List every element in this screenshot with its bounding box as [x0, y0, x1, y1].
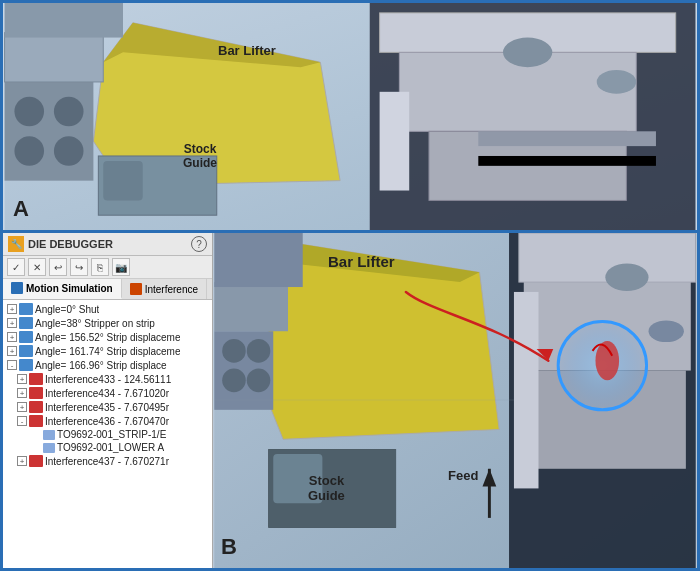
tree-item-label: Interference436 - 7.670470r	[45, 416, 169, 427]
tab-motion-label: Motion Simulation	[26, 283, 113, 294]
expand-icon[interactable]: -	[17, 416, 27, 426]
tree-node-icon	[29, 415, 43, 427]
cad-scene-bottom: Bar Lifter StockGuide Feed B	[213, 233, 697, 568]
tab-motion-simulation[interactable]: Motion Simulation	[3, 279, 122, 299]
tree-node-icon	[29, 401, 43, 413]
sidebar-toolbar: ✓ ✕ ↩ ↪ ⎘ 📷	[3, 256, 212, 279]
svg-rect-30	[214, 282, 288, 331]
bar-lifter-label-bottom: Bar Lifter	[328, 253, 395, 270]
tab-interference-label: Interference	[145, 284, 198, 295]
tree-item-label: TO9692-001_LOWER A	[57, 442, 164, 453]
tree-node-icon	[19, 345, 33, 357]
close-button[interactable]: ✕	[28, 258, 46, 276]
feed-label: Feed	[448, 468, 478, 483]
tree-item-label: Interference437 - 7.670271r	[45, 456, 169, 467]
tree-node-icon	[19, 359, 33, 371]
tree-item[interactable]: TO9692-001_LOWER A	[5, 441, 210, 454]
svg-point-18	[597, 70, 636, 94]
tree-leaf-icon	[43, 443, 55, 453]
tree-item-label: TO9692-001_STRIP-1/E	[57, 429, 166, 440]
tree-item-label: Angle= 156.52° Strip displaceme	[35, 332, 180, 343]
die-debugger-icon: 🔧	[8, 236, 24, 252]
stock-guide-label-bottom: StockGuide	[308, 473, 345, 503]
expand-icon[interactable]: +	[17, 456, 27, 466]
tree-area: + Angle=0° Shut + Angle=38° Stripper on …	[3, 300, 212, 568]
tree-item[interactable]: - Interference436 - 7.670470r	[5, 414, 210, 428]
tree-item-label: Interference435 - 7.670495r	[45, 402, 169, 413]
svg-rect-12	[103, 161, 142, 200]
undo-button[interactable]: ↩	[49, 258, 67, 276]
label-a: A	[13, 196, 29, 222]
label-b: B	[221, 534, 237, 560]
main-container: Bar Lifter StockGuide A 🔧 DIE DEBUGGER ?…	[0, 0, 700, 571]
interference-icon	[130, 283, 142, 295]
svg-rect-5	[14, 97, 44, 127]
expand-icon[interactable]: +	[7, 332, 17, 342]
tree-item[interactable]: + Interference435 - 7.670495r	[5, 400, 210, 414]
tree-node-icon	[19, 303, 33, 315]
motion-icon	[11, 282, 23, 294]
svg-rect-7	[14, 136, 44, 166]
svg-rect-31	[214, 233, 302, 287]
svg-rect-19	[478, 131, 656, 146]
svg-rect-16	[380, 92, 410, 191]
tree-node-icon	[19, 331, 33, 343]
svg-point-29	[247, 369, 271, 393]
svg-point-39	[605, 263, 648, 291]
tree-item[interactable]: + Interference434 - 7.671020r	[5, 386, 210, 400]
expand-icon[interactable]: +	[17, 402, 27, 412]
tree-item[interactable]: TO9692-001_STRIP-1/E	[5, 428, 210, 441]
svg-point-40	[649, 320, 684, 342]
redo-button[interactable]: ↪	[70, 258, 88, 276]
expand-icon[interactable]: +	[7, 304, 17, 314]
tree-item-label: Interference434 - 7.671020r	[45, 388, 169, 399]
tree-item[interactable]: + Angle= 156.52° Strip displaceme	[5, 330, 210, 344]
expand-icon[interactable]: -	[7, 360, 17, 370]
tree-node-icon	[29, 455, 43, 467]
tree-leaf-icon	[43, 430, 55, 440]
camera-button[interactable]: 📷	[112, 258, 130, 276]
tree-item-label: Angle=0° Shut	[35, 304, 99, 315]
tree-item[interactable]: + Interference433 - 124.56111	[5, 372, 210, 386]
svg-point-17	[503, 38, 552, 68]
tree-item-label: Angle=38° Stripper on strip	[35, 318, 155, 329]
tree-node-icon	[29, 387, 43, 399]
tree-item-label: Angle= 166.96° Strip displace	[35, 360, 167, 371]
panel-top: Bar Lifter StockGuide A	[3, 3, 697, 233]
svg-rect-20	[478, 156, 656, 166]
expand-icon[interactable]: +	[7, 346, 17, 356]
expand-icon[interactable]: +	[17, 374, 27, 384]
tab-interference[interactable]: Interference	[122, 279, 207, 299]
tree-item[interactable]: + Interference437 - 7.670271r	[5, 454, 210, 468]
help-button[interactable]: ?	[191, 236, 207, 252]
expand-icon[interactable]: +	[17, 388, 27, 398]
svg-point-28	[222, 369, 246, 393]
sidebar-title: DIE DEBUGGER	[28, 238, 187, 250]
svg-rect-6	[54, 97, 84, 127]
panel-bottom: 🔧 DIE DEBUGGER ? ✓ ✕ ↩ ↪ ⎘ 📷 Motion Simu…	[3, 233, 697, 568]
svg-rect-4	[5, 82, 94, 181]
svg-point-27	[247, 339, 271, 363]
stock-guide-label-top: StockGuide	[183, 142, 217, 170]
tree-item-label: Angle= 161.74° Strip displaceme	[35, 346, 180, 357]
tree-node-icon	[29, 373, 43, 385]
tree-item[interactable]: - Angle= 166.96° Strip displace	[5, 358, 210, 372]
sidebar-header: 🔧 DIE DEBUGGER ?	[3, 233, 212, 256]
bar-lifter-label-top: Bar Lifter	[218, 43, 276, 58]
tree-item-label: Interference433 - 124.56111	[45, 374, 171, 385]
tree-node-icon	[19, 317, 33, 329]
copy-button[interactable]: ⎘	[91, 258, 109, 276]
tree-item[interactable]: + Angle= 161.74° Strip displaceme	[5, 344, 210, 358]
tree-item[interactable]: + Angle=0° Shut	[5, 302, 210, 316]
expand-icon[interactable]: +	[7, 318, 17, 328]
sidebar: 🔧 DIE DEBUGGER ? ✓ ✕ ↩ ↪ ⎘ 📷 Motion Simu…	[3, 233, 213, 568]
check-button[interactable]: ✓	[7, 258, 25, 276]
svg-rect-10	[5, 3, 123, 38]
svg-rect-9	[5, 33, 104, 82]
svg-point-26	[222, 339, 246, 363]
svg-rect-8	[54, 136, 84, 166]
sidebar-tabs: Motion Simulation Interference	[3, 279, 212, 300]
svg-rect-38	[514, 292, 539, 488]
tree-item[interactable]: + Angle=38° Stripper on strip	[5, 316, 210, 330]
